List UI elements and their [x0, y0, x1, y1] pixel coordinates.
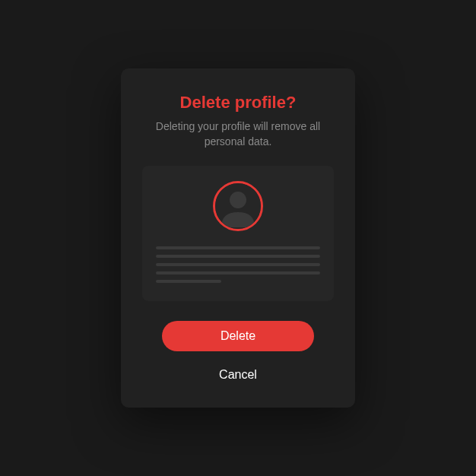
skeleton-line [156, 255, 320, 258]
skeleton-line [156, 271, 320, 274]
cancel-button[interactable]: Cancel [210, 363, 266, 386]
profile-preview-card [142, 166, 334, 301]
skeleton-line [156, 246, 320, 249]
modal-title: Delete profile? [180, 93, 297, 113]
avatar [213, 181, 263, 231]
skeleton-line-short [156, 280, 221, 283]
delete-button[interactable]: Delete [162, 321, 314, 351]
delete-profile-modal: Delete profile? Deleting your profile wi… [121, 68, 355, 408]
profile-data-skeleton [156, 246, 320, 283]
avatar-placeholder-icon [215, 183, 261, 229]
modal-subtitle: Deleting your profile will remove all pe… [142, 119, 334, 150]
skeleton-line [156, 263, 320, 266]
svg-point-1 [230, 192, 246, 208]
